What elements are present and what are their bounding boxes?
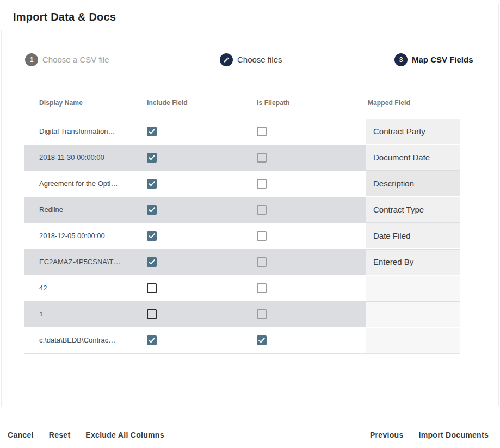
is-filepath-checkbox[interactable]: [257, 231, 267, 241]
step-connector-2: [285, 60, 378, 60]
content-right-border: [498, 4, 499, 406]
include-field-checkbox[interactable]: [147, 335, 157, 345]
mapped-field-input[interactable]: [366, 302, 460, 327]
table-row: 42: [24, 275, 460, 301]
column-header-include-field: Include Field: [147, 99, 188, 107]
display-name-cell: Digital Transformation…: [39, 119, 115, 145]
mapped-field-input[interactable]: [366, 276, 460, 301]
display-name-cell: EC2AMAZ-4P5CSNA\T…: [39, 249, 121, 275]
dialog-title: Import Data & Docs: [13, 11, 116, 23]
cancel-button[interactable]: Cancel: [0, 426, 41, 444]
step-1-label: Choose a CSV file: [42, 53, 109, 66]
content-left-border: [1, 30, 2, 407]
table-row: Redline Contract Type: [24, 197, 460, 223]
step-3-label: Map CSV Fields: [412, 53, 473, 66]
table-header-divider: [24, 116, 475, 116]
is-filepath-checkbox[interactable]: [257, 127, 267, 136]
display-name-cell: 1: [39, 301, 43, 327]
display-name-cell: Agreement for the Opti…: [39, 171, 118, 197]
table-row: c:\data\BEDB\Contrac…: [24, 327, 460, 353]
include-field-checkbox[interactable]: [147, 257, 157, 267]
include-field-checkbox[interactable]: [147, 179, 157, 189]
column-header-display-name: Display Name: [39, 99, 83, 107]
mapped-field-input[interactable]: Document Date: [366, 145, 460, 170]
is-filepath-checkbox[interactable]: [257, 257, 267, 267]
table-row: Digital Transformation… Contract Party: [24, 119, 460, 145]
display-name-cell: 2018-11-30 00:00:00: [39, 145, 104, 171]
include-field-checkbox[interactable]: [147, 127, 157, 136]
field-mapping-table: Digital Transformation… Contract Party 2…: [24, 119, 460, 354]
step-1-indicator[interactable]: 1: [25, 53, 38, 66]
mapped-field-input[interactable]: Contract Type: [366, 197, 460, 222]
mapped-field-input[interactable]: [366, 328, 460, 353]
step-2-indicator[interactable]: [220, 53, 233, 66]
table-row: 2018-12-05 00:00:00 Date Filed: [24, 223, 460, 249]
table-row: 1: [24, 301, 460, 327]
exclude-all-columns-button[interactable]: Exclude All Columns: [78, 426, 171, 444]
include-field-checkbox[interactable]: [147, 231, 157, 241]
mapped-field-input[interactable]: Contract Party: [366, 119, 460, 144]
is-filepath-checkbox[interactable]: [257, 205, 267, 215]
column-header-mapped-field: Mapped Field: [368, 99, 410, 107]
reset-button[interactable]: Reset: [41, 426, 78, 444]
is-filepath-checkbox[interactable]: [257, 179, 267, 189]
pencil-icon: [223, 57, 230, 63]
is-filepath-checkbox[interactable]: [257, 153, 267, 163]
column-header-is-filepath: Is Filepath: [257, 99, 289, 107]
import-documents-button[interactable]: Import Documents: [411, 426, 496, 444]
display-name-cell: 42: [39, 275, 47, 301]
mapped-field-input[interactable]: Description: [366, 171, 460, 196]
is-filepath-checkbox[interactable]: [257, 335, 267, 345]
table-row: Agreement for the Opti… Description: [24, 171, 460, 197]
step-3-indicator[interactable]: 3: [394, 53, 408, 66]
step-1-number: 1: [30, 56, 34, 64]
is-filepath-checkbox[interactable]: [257, 283, 267, 293]
display-name-cell: 2018-12-05 00:00:00: [39, 223, 105, 249]
include-field-checkbox[interactable]: [147, 283, 157, 293]
is-filepath-checkbox[interactable]: [257, 309, 267, 319]
include-field-checkbox[interactable]: [147, 205, 157, 215]
display-name-cell: c:\data\BEDB\Contrac…: [39, 327, 115, 353]
mapped-field-input[interactable]: Entered By: [366, 250, 460, 275]
dialog-actions-left: Cancel Reset Exclude All Columns: [0, 426, 172, 444]
table-row: EC2AMAZ-4P5CSNA\T… Entered By: [24, 249, 460, 275]
step-2-label: Choose files: [237, 53, 282, 66]
previous-button[interactable]: Previous: [362, 426, 411, 444]
step-3-number: 3: [399, 56, 403, 64]
mapped-field-input[interactable]: Date Filed: [366, 223, 460, 248]
step-connector-1: [115, 60, 214, 60]
dialog-actions-right: Previous Import Documents: [362, 426, 496, 444]
include-field-checkbox[interactable]: [147, 153, 157, 163]
table-row: 2018-11-30 00:00:00 Document Date: [24, 145, 460, 171]
display-name-cell: Redline: [39, 197, 63, 223]
include-field-checkbox[interactable]: [147, 309, 157, 319]
